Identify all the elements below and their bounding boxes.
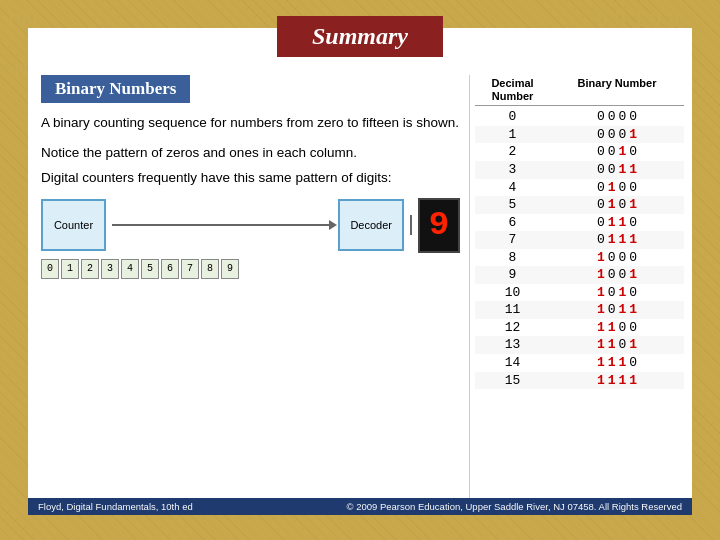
bit-value: 1 xyxy=(619,372,627,390)
digit-2: 2 xyxy=(81,259,99,279)
binary-cell: 1011 xyxy=(550,301,684,319)
paragraph-3: Digital counters frequently have this sa… xyxy=(41,168,460,188)
bit-value: 1 xyxy=(608,214,616,232)
counter-box: Counter xyxy=(41,199,106,251)
bit-value: 0 xyxy=(597,231,605,249)
table-row: 111011 xyxy=(475,301,684,319)
left-panel: Binary Numbers A binary counting sequenc… xyxy=(36,75,465,498)
decimal-cell: 9 xyxy=(475,266,550,284)
bit-value: 0 xyxy=(629,214,637,232)
bit-value: 1 xyxy=(608,336,616,354)
digit-4: 4 xyxy=(121,259,139,279)
bit-value: 0 xyxy=(597,214,605,232)
binary-cell: 1110 xyxy=(550,354,684,372)
bit-value: 1 xyxy=(629,372,637,390)
counter-decoder-diagram: Counter Decoder 9 xyxy=(41,198,460,253)
bit-value: 1 xyxy=(629,196,637,214)
bit-value: 0 xyxy=(597,143,605,161)
connector-line-1 xyxy=(112,224,332,226)
bit-value: 1 xyxy=(619,354,627,372)
table-row: 20010 xyxy=(475,143,684,161)
decimal-cell: 5 xyxy=(475,196,550,214)
table-row: 131101 xyxy=(475,336,684,354)
bit-value: 0 xyxy=(608,143,616,161)
bit-value: 1 xyxy=(629,336,637,354)
binary-cell: 0110 xyxy=(550,214,684,232)
bit-value: 0 xyxy=(597,126,605,144)
binary-cell: 0010 xyxy=(550,143,684,161)
bit-value: 0 xyxy=(629,143,637,161)
table-row: 10001 xyxy=(475,126,684,144)
bit-value: 1 xyxy=(619,301,627,319)
bit-value: 0 xyxy=(619,249,627,267)
bit-value: 1 xyxy=(597,301,605,319)
binary-cell: 0001 xyxy=(550,126,684,144)
bit-value: 1 xyxy=(629,231,637,249)
decimal-cell: 2 xyxy=(475,143,550,161)
bit-value: 0 xyxy=(619,336,627,354)
table-row: 141110 xyxy=(475,354,684,372)
table-rows-container: 0000010001200103001140100501016011070111… xyxy=(475,108,684,389)
summary-title-bar: Summary xyxy=(277,16,443,57)
main-content-area: Summary Binary Numbers A binary counting… xyxy=(28,28,692,515)
table-row: 101010 xyxy=(475,284,684,302)
binary-cell: 0000 xyxy=(550,108,684,126)
binary-cell: 1010 xyxy=(550,284,684,302)
binary-table: Decimal Number Binary Number 00000100012… xyxy=(469,75,684,498)
binary-cell: 0111 xyxy=(550,231,684,249)
bit-value: 0 xyxy=(619,196,627,214)
digit-strip: 0 1 2 3 4 5 6 7 8 9 xyxy=(41,259,460,279)
footer-bar: Floyd, Digital Fundamentals, 10th ed © 2… xyxy=(28,498,692,515)
binary-cell: 0101 xyxy=(550,196,684,214)
bit-value: 1 xyxy=(608,196,616,214)
bit-value: 0 xyxy=(619,266,627,284)
bit-value: 1 xyxy=(608,231,616,249)
table-row: 50101 xyxy=(475,196,684,214)
bit-value: 1 xyxy=(629,266,637,284)
seven-segment-display: 9 xyxy=(418,198,460,253)
decimal-cell: 1 xyxy=(475,126,550,144)
bit-value: 1 xyxy=(608,354,616,372)
bit-value: 1 xyxy=(619,161,627,179)
decimal-cell: 0 xyxy=(475,108,550,126)
binary-cell: 0011 xyxy=(550,161,684,179)
bit-value: 0 xyxy=(608,266,616,284)
digit-3: 3 xyxy=(101,259,119,279)
digit-0: 0 xyxy=(41,259,59,279)
bit-value: 0 xyxy=(619,126,627,144)
decimal-cell: 4 xyxy=(475,179,550,197)
digit-8: 8 xyxy=(201,259,219,279)
footer-right: © 2009 Pearson Education, Upper Saddle R… xyxy=(347,501,682,512)
bit-value: 1 xyxy=(608,319,616,337)
decimal-cell: 8 xyxy=(475,249,550,267)
bit-value: 1 xyxy=(597,266,605,284)
bit-value: 1 xyxy=(629,126,637,144)
table-row: 70111 xyxy=(475,231,684,249)
bit-value: 1 xyxy=(619,143,627,161)
content-row: Binary Numbers A binary counting sequenc… xyxy=(28,73,692,498)
bit-value: 1 xyxy=(597,284,605,302)
table-row: 91001 xyxy=(475,266,684,284)
bit-value: 1 xyxy=(597,319,605,337)
connector-line-2 xyxy=(410,215,412,235)
decimal-cell: 6 xyxy=(475,214,550,232)
bit-value: 0 xyxy=(597,161,605,179)
bit-value: 0 xyxy=(608,284,616,302)
bit-value: 0 xyxy=(608,108,616,126)
bit-value: 0 xyxy=(608,161,616,179)
bit-value: 0 xyxy=(597,179,605,197)
bit-value: 0 xyxy=(619,319,627,337)
decimal-cell: 10 xyxy=(475,284,550,302)
bit-value: 0 xyxy=(619,108,627,126)
decoder-box: Decoder xyxy=(338,199,404,251)
binary-cell: 1100 xyxy=(550,319,684,337)
paragraph-1: A binary counting sequence for numbers f… xyxy=(41,113,460,133)
bit-value: 1 xyxy=(597,336,605,354)
bit-value: 1 xyxy=(597,372,605,390)
bit-value: 0 xyxy=(629,284,637,302)
digit-5: 5 xyxy=(141,259,159,279)
bit-value: 1 xyxy=(629,301,637,319)
decimal-cell: 13 xyxy=(475,336,550,354)
bit-value: 0 xyxy=(629,108,637,126)
bit-value: 0 xyxy=(629,354,637,372)
